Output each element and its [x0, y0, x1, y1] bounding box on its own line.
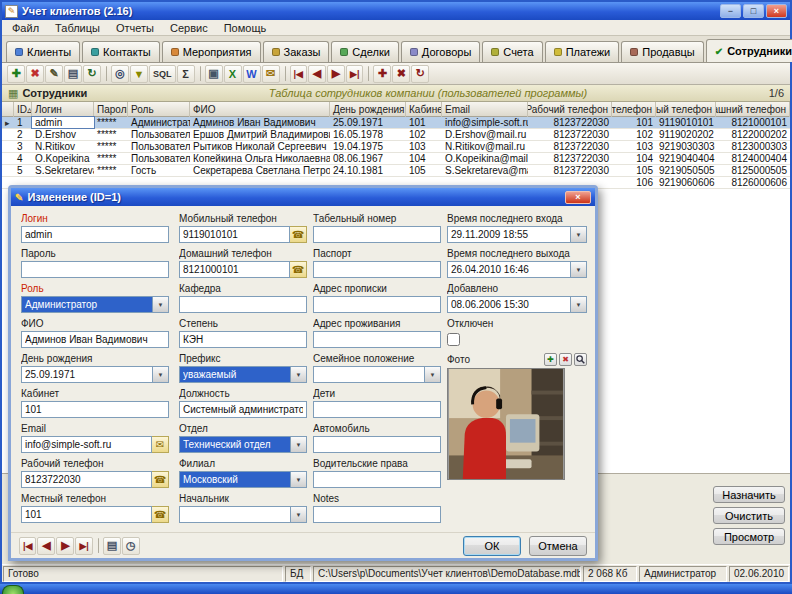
table-row[interactable]: ▸ 2 D.Ershov ***** Пользователь Ершов Дм… — [2, 129, 790, 141]
minimize-button[interactable]: − — [720, 4, 741, 18]
menu-reports[interactable]: Отчеты — [108, 21, 162, 35]
column-header[interactable]: ФИО ▵ — [190, 102, 330, 117]
assign-button[interactable]: Назначить — [713, 486, 785, 503]
driving-license-input[interactable] — [313, 471, 441, 488]
disabled-checkbox[interactable] — [447, 333, 460, 346]
degree-input[interactable] — [179, 331, 307, 348]
dialog-prev-record-icon[interactable]: ◀ — [37, 537, 55, 555]
start-button[interactable] — [2, 585, 24, 594]
chevron-down-icon[interactable]: ▼ — [291, 436, 307, 453]
fio-input[interactable] — [21, 331, 169, 348]
tab-sellers[interactable]: ✔ Продавцы — [621, 41, 704, 62]
chevron-down-icon[interactable]: ▼ — [425, 366, 441, 383]
zoom-photo-icon[interactable] — [574, 353, 587, 366]
print-icon[interactable]: ▣ — [205, 65, 223, 83]
prev-record-icon[interactable]: ◀ — [308, 65, 326, 83]
column-header[interactable]: Пароль ▵ — [94, 102, 128, 117]
chevron-down-icon[interactable]: ▼ — [571, 226, 587, 243]
load-photo-icon[interactable]: ✚ — [544, 353, 557, 366]
birthday-combo[interactable] — [21, 366, 153, 383]
cancel-button[interactable]: Отмена — [529, 536, 587, 556]
car-input[interactable] — [313, 436, 441, 453]
refresh-icon[interactable]: ↻ — [83, 65, 101, 83]
chevron-down-icon[interactable]: ▼ — [291, 366, 307, 383]
edit-record-icon[interactable]: ✎ — [45, 65, 63, 83]
table-row[interactable]: ▸ 1 admin ***** Администратор Админов Ив… — [2, 117, 790, 129]
phone-icon[interactable]: ☎ — [290, 226, 307, 243]
maximize-button[interactable]: □ — [743, 4, 764, 18]
tab-invoices[interactable]: ✔ Счета — [482, 41, 542, 62]
copy-record-icon[interactable]: ▤ — [64, 65, 82, 83]
last-logout-combo[interactable] — [447, 261, 571, 278]
column-header[interactable]: Логин ▵ — [32, 102, 94, 117]
passport-input[interactable] — [313, 261, 441, 278]
marital-combo[interactable] — [313, 366, 425, 383]
menu-service[interactable]: Сервис — [162, 21, 216, 35]
column-header[interactable]: ID ▵ — [14, 102, 32, 117]
tab-payments[interactable]: ✔ Платежи — [545, 41, 620, 62]
department-combo[interactable] — [179, 436, 291, 453]
column-header[interactable]: Мобильный телефон ▵ — [656, 102, 716, 117]
email-input[interactable] — [21, 436, 152, 453]
notes-input[interactable] — [313, 506, 441, 523]
dialog-next-record-icon[interactable]: ▶ — [56, 537, 74, 555]
home-phone-input[interactable] — [179, 261, 290, 278]
column-header[interactable]: Рабочий телефон ▵ — [528, 102, 612, 117]
mobile-phone-input[interactable] — [179, 226, 290, 243]
column-header[interactable]: День рождения ▵ — [330, 102, 406, 117]
chief-combo[interactable] — [179, 506, 291, 523]
tab-events[interactable]: ✔ Мероприятия — [162, 41, 261, 62]
mail-icon[interactable]: ✉ — [262, 65, 280, 83]
next-record-icon[interactable]: ▶ — [327, 65, 345, 83]
phone-icon[interactable]: ☎ — [152, 471, 169, 488]
column-header[interactable]: Email ▵ — [442, 102, 528, 117]
kafedra-input[interactable] — [179, 296, 307, 313]
table-row[interactable]: ▸ 4 O.Kopeikina ***** Пользователь Копей… — [2, 153, 790, 165]
column-header[interactable]: Домашний телефон ▵ — [716, 102, 790, 117]
delete-record-icon[interactable]: ✖ — [26, 65, 44, 83]
chevron-down-icon[interactable]: ▼ — [571, 296, 587, 313]
table-row[interactable]: ▸ 5 S.Sekretareva ***** Гость Секретарев… — [2, 165, 790, 177]
dialog-first-record-icon[interactable]: |◀ — [19, 537, 36, 555]
insert-row-icon[interactable]: ✚ — [373, 65, 391, 83]
chevron-down-icon[interactable]: ▼ — [571, 261, 587, 278]
children-input[interactable] — [313, 401, 441, 418]
local-phone-input[interactable] — [21, 506, 152, 523]
branch-combo[interactable] — [179, 471, 291, 488]
phone-icon[interactable]: ☎ — [152, 506, 169, 523]
column-header[interactable]: Роль ▵ — [128, 102, 190, 117]
delete-photo-icon[interactable]: ✖ — [559, 353, 572, 366]
added-combo[interactable] — [447, 296, 571, 313]
export-word-icon[interactable]: W — [243, 65, 261, 83]
dialog-close-button[interactable]: × — [565, 191, 591, 204]
cancel-edit-icon[interactable]: ✖ — [392, 65, 410, 83]
role-combo[interactable] — [21, 296, 153, 313]
sum-icon[interactable]: Σ — [177, 65, 195, 83]
position-input[interactable] — [179, 401, 307, 418]
tab-contracts[interactable]: ✔ Договоры — [401, 41, 480, 62]
dialog-clock-icon[interactable]: ◷ — [122, 537, 140, 555]
chevron-down-icon[interactable]: ▼ — [153, 296, 169, 313]
tab-number-input[interactable] — [313, 226, 441, 243]
tab-employees[interactable]: ✔ Сотрудники — [706, 39, 792, 62]
cabinet-input[interactable] — [21, 401, 169, 418]
refresh-data-icon[interactable]: ↻ — [411, 65, 429, 83]
work-phone-input[interactable] — [21, 471, 152, 488]
tab-contacts[interactable]: ✔ Контакты — [82, 41, 160, 62]
view-button[interactable]: Просмотр — [713, 528, 785, 545]
sql-icon[interactable]: SQL — [149, 65, 176, 83]
reg-address-input[interactable] — [313, 296, 441, 313]
tab-clients[interactable]: ✔ Клиенты — [6, 41, 80, 62]
phone-icon[interactable]: ☎ — [290, 261, 307, 278]
chevron-down-icon[interactable]: ▼ — [291, 471, 307, 488]
ok-button[interactable]: ОК — [463, 536, 521, 556]
search-icon[interactable]: ◎ — [111, 65, 129, 83]
column-header[interactable]: Кабинет ▵ — [406, 102, 442, 117]
column-header[interactable]: Местный телефон ▵ — [612, 102, 656, 117]
password-input[interactable] — [21, 261, 169, 278]
add-record-icon[interactable]: ✚ — [7, 65, 25, 83]
table-row[interactable]: ▸ 3 N.Ritikov ***** Пользователь Рытиков… — [2, 141, 790, 153]
live-address-input[interactable] — [313, 331, 441, 348]
last-record-icon[interactable]: ▶| — [346, 65, 363, 83]
filter-icon[interactable]: ▼ — [130, 65, 148, 83]
